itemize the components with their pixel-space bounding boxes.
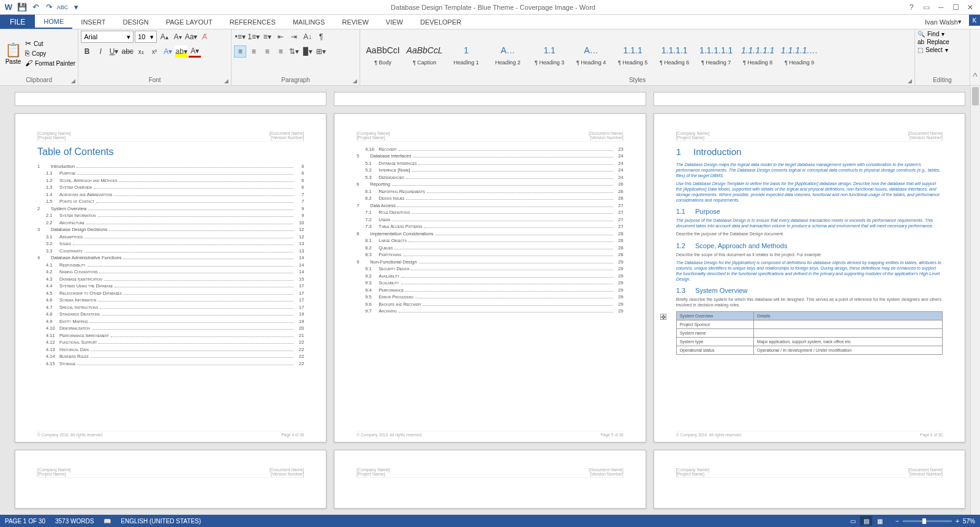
tab-review[interactable]: REVIEW [333, 15, 377, 29]
toc-entry[interactable]: 8.1Large Objects28 [356, 238, 623, 243]
clear-formatting-button[interactable]: A̸ [198, 31, 211, 43]
bold-button[interactable]: B [81, 45, 93, 58]
toc-entry[interactable]: 4.10Denormalisation20 [37, 325, 304, 331]
style--heading-6[interactable]: 1.1.1.1¶ Heading 6 [654, 34, 695, 73]
toc-entry[interactable]: 1.1Purpose6 [37, 170, 304, 176]
copy-button[interactable]: ⎘Copy [25, 49, 75, 58]
toc-entry[interactable]: 4.8Standards Deviations19 [37, 311, 304, 317]
toc-entry[interactable]: 3.1Assumptions12 [37, 234, 304, 240]
user-badge[interactable]: K [969, 15, 980, 26]
language-indicator[interactable]: ENGLISH (UNITED STATES) [121, 518, 201, 525]
page-indicator[interactable]: PAGE 1 OF 30 [5, 518, 45, 525]
increase-indent-button[interactable]: ⇥ [288, 31, 300, 43]
toc-entry[interactable]: 7.2Users27 [356, 217, 623, 222]
toc-entry[interactable]: 1Introduction6 [37, 164, 304, 169]
toc-entry[interactable]: 4.9Entity Mapping19 [37, 319, 304, 324]
web-layout-button[interactable]: ▦ [873, 516, 886, 526]
print-layout-button[interactable]: ▤ [860, 516, 872, 526]
style--body[interactable]: AaBbCcI¶ Body [363, 34, 403, 73]
toc-entry[interactable]: 5.3Dependencies24 [356, 175, 623, 180]
toc-entry[interactable]: 9Non-Functional Design29 [356, 259, 623, 265]
style-heading-1[interactable]: 1Heading 1 [446, 34, 486, 73]
collapse-ribbon-icon[interactable]: ^ [970, 29, 980, 85]
maximize-icon[interactable]: ☐ [949, 2, 962, 12]
paste-button[interactable]: 📋 Paste [2, 41, 24, 66]
document-area[interactable]: [Company Name] [Project Name][Document N… [0, 86, 980, 515]
replace-button[interactable]: abReplace [918, 39, 949, 45]
strikethrough-button[interactable]: abc [121, 45, 134, 58]
toc-entry[interactable]: 3.3Constraints13 [37, 248, 304, 254]
style--heading-3[interactable]: 1.1¶ Heading 3 [529, 34, 570, 73]
toc-entry[interactable]: 4.5Relationship to Other Databases17 [37, 290, 304, 296]
toc-entry[interactable]: 8Implementation Considerations28 [356, 231, 623, 237]
toc-entry[interactable]: 5Database Interfaces24 [356, 153, 623, 159]
text-effects-button[interactable]: A▾ [162, 45, 174, 58]
help-icon[interactable]: ? [905, 2, 918, 12]
align-center-button[interactable]: ≡ [247, 45, 260, 58]
style--caption[interactable]: AaBbCcL¶ Caption [404, 34, 445, 73]
tab-insert[interactable]: INSERT [72, 15, 114, 29]
tab-developer[interactable]: DEVELOPER [412, 15, 470, 29]
toc-entry[interactable]: 4.11Performance Improvement21 [37, 333, 304, 338]
toc-entry[interactable]: 9.1Security Design29 [356, 266, 623, 271]
tab-view[interactable]: VIEW [377, 15, 412, 29]
style-heading-2[interactable]: A…Heading 2 [488, 34, 528, 73]
tab-mailings[interactable]: MAILINGS [284, 15, 334, 29]
ribbon-display-icon[interactable]: ▭ [920, 2, 932, 12]
decrease-indent-button[interactable]: ⇤ [274, 31, 287, 43]
toc-entry[interactable]: 7.3Table Access Patterns27 [356, 224, 623, 229]
page-8-stub[interactable]: [Company Name] [Project Name][Document N… [334, 450, 646, 509]
style--heading-8[interactable]: 1.1.1.1.1¶ Heading 8 [737, 34, 778, 73]
toc-entry[interactable]: 2.1System Information9 [37, 213, 304, 218]
toc-entry[interactable]: 1.2Scope, Approach and Methods6 [37, 178, 304, 183]
italic-button[interactable]: I [94, 45, 107, 58]
tab-page-layout[interactable]: PAGE LAYOUT [157, 15, 221, 29]
toc-entry[interactable]: 6Reporting26 [356, 181, 623, 187]
toc-entry[interactable]: 4Database Administrative Functions14 [37, 255, 304, 260]
font-color-button[interactable]: A▾ [189, 45, 201, 58]
page-7-stub[interactable]: [Company Name] [Project Name][Document N… [15, 450, 326, 509]
toc-entry[interactable]: 7.1Role Definitions27 [356, 210, 623, 215]
table-row[interactable]: System name [676, 329, 942, 338]
sort-button[interactable]: A↓ [301, 31, 314, 43]
grow-font-button[interactable]: A▴ [158, 31, 170, 43]
toc-entry[interactable]: 1.5Points of Contact7 [37, 199, 304, 204]
shading-button[interactable]: ▉▾ [301, 45, 314, 58]
toc-entry[interactable]: 9.2Availability29 [356, 273, 623, 279]
toc-entry[interactable]: 6.2Design Issues26 [356, 195, 623, 201]
toc-entry[interactable]: 9.6Backups and Recovery29 [356, 301, 623, 307]
toc-entry[interactable]: 4.15Storage22 [37, 361, 304, 366]
toc-entry[interactable]: 9.3Scalability29 [356, 280, 623, 286]
align-left-button[interactable]: ≡ [234, 45, 246, 58]
toc-entry[interactable]: 1.4Acronyms and Abbreviations7 [37, 192, 304, 197]
tab-file[interactable]: FILE [0, 15, 35, 29]
font-size-combo[interactable]: 10▾ [135, 31, 157, 43]
page-6[interactable]: [Company Name] [Project Name][Document N… [654, 113, 965, 442]
toc-entry[interactable]: 4.16Recovery23 [356, 146, 623, 152]
style--heading-7[interactable]: 1.1.1.1.1¶ Heading 7 [696, 34, 736, 73]
cut-button[interactable]: ✂Cut [25, 39, 75, 48]
select-button[interactable]: ⬚Select ▾ [918, 47, 948, 53]
toc-entry[interactable]: 4.4Systems Using the Database17 [37, 283, 304, 289]
toc-entry[interactable]: 4.7Special Instructions17 [37, 305, 304, 310]
minimize-icon[interactable]: ─ [935, 2, 947, 12]
tab-home[interactable]: HOME [35, 15, 72, 29]
undo-icon[interactable]: ↶ [29, 1, 42, 13]
show-hide-button[interactable]: ¶ [315, 31, 327, 43]
table-anchor-icon[interactable]: ✥ [660, 314, 666, 320]
font-name-combo[interactable]: Arial▾ [81, 31, 134, 43]
toc-entry[interactable]: 2System Overview9 [37, 206, 304, 211]
toc-entry[interactable]: 6.1Reporting Requirements26 [356, 189, 623, 194]
toc-entry[interactable]: 4.14Business Rules22 [37, 354, 304, 359]
tab-design[interactable]: DESIGN [114, 15, 157, 29]
page-5[interactable]: [Company Name] [Project Name][Document N… [334, 113, 646, 442]
vertical-scrollbar[interactable] [970, 86, 980, 515]
table-row[interactable]: System typeMajor application, support sy… [676, 338, 942, 346]
zoom-level[interactable]: 57% [963, 518, 975, 525]
proofing-icon[interactable]: 📖 [104, 518, 111, 525]
read-mode-button[interactable]: ▭ [846, 516, 859, 526]
paragraph-launcher-icon[interactable]: ◢ [353, 78, 357, 84]
clipboard-launcher-icon[interactable]: ◢ [71, 78, 75, 84]
zoom-out-button[interactable]: − [895, 518, 899, 525]
font-launcher-icon[interactable]: ◢ [224, 78, 228, 84]
